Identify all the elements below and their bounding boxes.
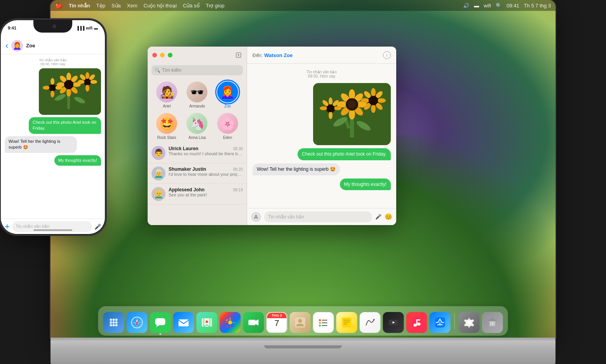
macbook: 🍎 Tin nhắn Tệp Sửa Xem Cuộc hội thoại Cử…: [50, 0, 556, 364]
menu-search[interactable]: 🔍: [496, 3, 502, 9]
minimize-button[interactable]: [160, 53, 165, 57]
iphone-status-right: ▐▐▐ wifi ▬: [76, 26, 98, 30]
conv-shumaker-time: 08:20: [233, 167, 243, 172]
iphone-contact-name[interactable]: Zoe: [26, 43, 35, 49]
dock-mail[interactable]: [173, 312, 194, 333]
chat-timestamp: Tin nhắn văn bản 09:30, Hôm nay: [252, 70, 391, 78]
iphone-message-1: Check out this photo Ariel took on Frida…: [29, 117, 101, 134]
conv-shumaker-preview: I'd love to hear more about your project…: [169, 172, 243, 177]
iphone-back-button[interactable]: ‹: [5, 41, 8, 51]
svg-rect-62: [232, 325, 234, 328]
pinned-zoe[interactable]: 👩‍🦰 Zoe: [217, 81, 238, 108]
dock-freeform[interactable]: [360, 312, 381, 333]
dock-reminders[interactable]: [313, 312, 334, 333]
zoom-button[interactable]: [168, 53, 172, 57]
dock-trash[interactable]: [482, 312, 503, 333]
apps-button[interactable]: A: [251, 212, 261, 222]
conv-appleseed-name: Appleseed John: [169, 187, 205, 192]
pinned-annalisa[interactable]: 🦄 Anna Lisa: [186, 113, 207, 140]
dock-music[interactable]: [406, 312, 427, 333]
dock-calendar[interactable]: THG 3 7: [266, 312, 287, 333]
svg-rect-61: [226, 325, 229, 328]
iphone-contact-avatar: 👩‍🦰: [11, 40, 23, 52]
svg-rect-75: [344, 322, 350, 322]
photo-message[interactable]: [313, 83, 391, 145]
iphone-voice-button[interactable]: 🎤: [94, 224, 101, 230]
dock-settings[interactable]: [459, 312, 480, 333]
menu-edit[interactable]: Sửa: [111, 3, 121, 9]
svg-marker-64: [256, 319, 259, 326]
svg-marker-50: [156, 325, 160, 327]
conv-ulrick-name: Ulrick Lauren: [169, 146, 199, 151]
menu-file[interactable]: Tệp: [96, 3, 105, 9]
svg-point-21: [377, 98, 386, 103]
iphone-screen: 9:41 ▐▐▐ wifi ▬ ‹ 👩‍🦰 Zoe Tin nhắn văn b…: [1, 20, 105, 234]
conversation-list: 👨 Ulrick Lauren 08:30 Thanks so much! I …: [148, 143, 247, 225]
svg-point-77: [373, 319, 375, 321]
svg-rect-57: [225, 322, 228, 323]
svg-rect-56: [230, 325, 231, 328]
chat-recipient-area: Đến: Watson Zoe: [252, 52, 293, 59]
svg-rect-49: [155, 318, 165, 325]
svg-point-41: [110, 324, 112, 326]
pinned-armando[interactable]: 🕶️ Armando: [186, 81, 207, 108]
menu-view[interactable]: Xem: [127, 3, 138, 9]
voice-button[interactable]: 🎤: [375, 214, 381, 220]
svg-point-118: [49, 85, 56, 91]
svg-point-104: [64, 80, 73, 89]
chat-recipient[interactable]: Watson Zoe: [264, 52, 293, 58]
iphone-photo-message[interactable]: [39, 68, 101, 115]
dock-notes[interactable]: [336, 312, 357, 333]
ariel-label: Ariel: [163, 104, 171, 108]
conv-appleseed[interactable]: 👨‍🦲 Appleseed John 08:19 See you at the …: [148, 184, 247, 205]
annalisa-label: Anna Lisa: [188, 135, 205, 140]
pinned-rockstars[interactable]: 🤩 Rock Stars: [156, 113, 177, 140]
chat-area: Đến: Watson Zoe i Tin nhắn văn bản 09:30…: [247, 47, 396, 225]
svg-point-26: [369, 96, 378, 105]
iphone-add-button[interactable]: +: [5, 222, 10, 232]
pinned-contacts-row1: 🧑‍🎤 Ariel 🕶️ Armando 👩‍🦰: [148, 78, 247, 111]
menubar: 🍎 Tin nhắn Tệp Sửa Xem Cuộc hội thoại Cử…: [50, 0, 556, 11]
menu-window[interactable]: Cửa sổ: [183, 3, 200, 9]
dock-appstore[interactable]: [430, 312, 451, 333]
menu-help[interactable]: Trợ giúp: [206, 3, 225, 9]
dock-facetime[interactable]: [243, 312, 264, 333]
eden-label: Eden: [223, 135, 232, 140]
conv-shumaker[interactable]: 👨‍🦳 Shumaker Justin 08:20 I'd love to he…: [148, 163, 247, 184]
pinned-ariel[interactable]: 🧑‍🎤 Ariel: [156, 81, 177, 108]
dock-maps[interactable]: [197, 312, 218, 333]
svg-point-37: [115, 319, 118, 321]
close-button[interactable]: [152, 53, 157, 57]
conv-appleseed-time: 08:19: [233, 188, 243, 192]
svg-point-20: [361, 98, 369, 103]
dock-contacts[interactable]: [290, 312, 311, 333]
search-bar[interactable]: 🔍 Tìm kiếm: [152, 65, 243, 75]
iphone-input-placeholder: Tin nhắn văn bản: [16, 224, 49, 229]
compose-button[interactable]: [235, 52, 242, 59]
chat-input-field[interactable]: Tin nhắn văn bản: [264, 211, 372, 222]
pinned-eden[interactable]: 🌸 Eden: [217, 113, 238, 140]
dock: THG 3 7: [99, 307, 508, 335]
dock-photos[interactable]: [220, 312, 241, 333]
menu-conversation[interactable]: Cuộc hội thoại: [144, 3, 177, 9]
svg-point-18: [371, 88, 376, 97]
iphone-input-area: + Tin nhắn văn bản 🎤: [1, 218, 105, 234]
apple-menu[interactable]: 🍎: [55, 2, 63, 9]
dock-appletv[interactable]: [383, 312, 404, 333]
emoji-button[interactable]: 😊: [385, 213, 392, 220]
svg-point-30: [320, 106, 327, 110]
iphone-time: 9:41: [8, 26, 16, 30]
info-button[interactable]: i: [383, 51, 391, 59]
svg-point-66: [298, 319, 302, 323]
svg-rect-59: [226, 319, 228, 321]
dock-launchpad[interactable]: [103, 312, 124, 333]
chat-input-area: A Tin nhắn văn bản 🎤 😊: [247, 208, 396, 225]
app-name[interactable]: Tin nhắn: [69, 3, 90, 9]
svg-point-42: [113, 324, 115, 326]
conv-ulrick[interactable]: 👨 Ulrick Lauren 08:30 Thanks so much! I …: [148, 143, 247, 163]
dock-messages[interactable]: [150, 312, 171, 333]
iphone-messages: ‹ 👩‍🦰 Zoe Tin nhắn văn bản 09:30, Hôm na…: [1, 37, 105, 234]
menu-time: 09:41: [507, 3, 519, 9]
dock-safari[interactable]: [127, 312, 148, 333]
iphone-body: 9:41 ▐▐▐ wifi ▬ ‹ 👩‍🦰 Zoe Tin nhắn văn b…: [0, 19, 106, 235]
